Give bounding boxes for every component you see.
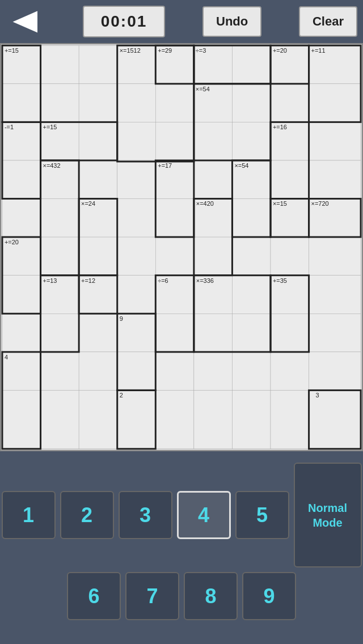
clear-button[interactable]: Clear: [299, 6, 357, 37]
svg-rect-99: [194, 84, 271, 160]
svg-text:×=432: ×=432: [43, 162, 61, 169]
svg-rect-77: [79, 352, 117, 391]
svg-rect-1: [1, 44, 362, 450]
svg-text:×=54: ×=54: [234, 162, 248, 169]
svg-rect-57: [2, 276, 41, 314]
num-6-button[interactable]: 6: [67, 572, 121, 620]
svg-text:+=11: +=11: [311, 47, 326, 54]
svg-rect-54: [232, 237, 271, 276]
svg-text:×=720: ×=720: [311, 200, 329, 207]
svg-rect-96: [194, 45, 271, 84]
svg-rect-15: [117, 84, 156, 122]
num-9-button[interactable]: 9: [242, 572, 296, 620]
normal-mode-button[interactable]: NormalMode: [294, 463, 362, 567]
svg-rect-20: [309, 84, 361, 122]
num-4-button[interactable]: 4: [177, 491, 231, 539]
num-1-button[interactable]: 1: [2, 491, 56, 539]
svg-rect-94: [117, 45, 194, 162]
svg-rect-45: [232, 199, 271, 238]
svg-rect-31: [41, 160, 79, 199]
svg-rect-13: [41, 84, 79, 122]
svg-rect-114: [194, 276, 271, 352]
svg-rect-110: [2, 237, 41, 313]
svg-rect-21: [2, 122, 41, 160]
svg-rect-92: [309, 390, 361, 448]
svg-rect-22: [41, 122, 79, 160]
svg-rect-41: [79, 199, 117, 238]
svg-rect-59: [79, 276, 117, 314]
svg-rect-35: [194, 160, 233, 199]
svg-rect-10: [271, 45, 309, 84]
puzzle-area: +=15 ×=1512 +=29 ÷=3 +=20 +=11 ×=54 -=1 …: [0, 43, 363, 451]
svg-rect-105: [232, 160, 271, 237]
svg-rect-113: [155, 276, 194, 352]
undo-button[interactable]: Undo: [202, 6, 261, 37]
svg-rect-27: [232, 122, 271, 160]
svg-rect-101: [41, 122, 117, 160]
svg-rect-107: [194, 199, 233, 276]
svg-rect-74: [309, 313, 361, 352]
svg-rect-66: [2, 313, 41, 352]
svg-text:4: 4: [5, 354, 8, 361]
num-7-button[interactable]: 7: [125, 572, 179, 620]
svg-marker-0: [14, 12, 37, 32]
svg-rect-115: [271, 276, 309, 352]
svg-rect-47: [309, 199, 361, 238]
svg-rect-73: [271, 313, 309, 352]
svg-text:+=17: +=17: [158, 162, 172, 169]
svg-rect-44: [194, 199, 233, 238]
svg-rect-116: [117, 313, 156, 390]
svg-text:+=15: +=15: [5, 47, 19, 54]
svg-rect-37: [271, 160, 309, 199]
svg-rect-63: [232, 276, 271, 314]
svg-rect-108: [271, 199, 309, 238]
numpad-area: 1 2 3 4 5 NormalMode 6 7 8 9: [0, 451, 363, 644]
svg-text:+=35: +=35: [273, 277, 287, 284]
num-3-button[interactable]: 3: [119, 491, 172, 539]
svg-rect-24: [117, 122, 156, 160]
svg-rect-23: [79, 122, 117, 160]
svg-rect-60: [117, 276, 156, 314]
svg-rect-2: [2, 45, 361, 450]
svg-text:×=15: ×=15: [273, 200, 287, 207]
svg-rect-3: [2, 45, 41, 84]
svg-rect-90: [232, 390, 271, 448]
svg-rect-80: [194, 352, 233, 391]
svg-rect-28: [271, 122, 309, 160]
svg-rect-104: [155, 160, 194, 237]
svg-rect-14: [79, 84, 117, 122]
svg-rect-32: [79, 160, 117, 199]
svg-rect-55: [271, 237, 309, 276]
svg-rect-62: [194, 276, 233, 314]
svg-rect-79: [155, 352, 194, 391]
svg-rect-118: [117, 390, 156, 448]
svg-rect-42: [117, 199, 156, 238]
num-2-button[interactable]: 2: [60, 491, 114, 539]
svg-rect-52: [155, 237, 194, 276]
svg-rect-102: [271, 122, 309, 198]
svg-rect-95: [155, 45, 194, 84]
back-button[interactable]: [6, 5, 45, 39]
svg-rect-100: [2, 122, 41, 198]
svg-rect-33: [117, 160, 156, 199]
timer-display: 00:01: [83, 6, 166, 37]
svg-rect-67: [41, 313, 79, 352]
svg-rect-19: [271, 84, 309, 122]
svg-rect-38: [309, 160, 361, 199]
num-8-button[interactable]: 8: [184, 572, 238, 620]
svg-rect-71: [194, 313, 233, 352]
svg-rect-9: [232, 45, 271, 84]
svg-rect-69: [117, 313, 156, 352]
svg-rect-89: [194, 390, 233, 448]
svg-text:3: 3: [316, 392, 319, 399]
svg-text:9: 9: [120, 315, 123, 322]
svg-rect-12: [2, 84, 41, 122]
svg-rect-93: [2, 45, 41, 122]
svg-text:2: 2: [120, 392, 123, 399]
svg-rect-43: [155, 199, 194, 238]
svg-text:+=20: +=20: [273, 47, 287, 54]
numpad-row-1: 1 2 3 4 5 NormalMode: [2, 463, 362, 567]
svg-rect-70: [155, 313, 194, 352]
svg-text:×=54: ×=54: [196, 86, 210, 92]
num-5-button[interactable]: 5: [235, 491, 289, 539]
